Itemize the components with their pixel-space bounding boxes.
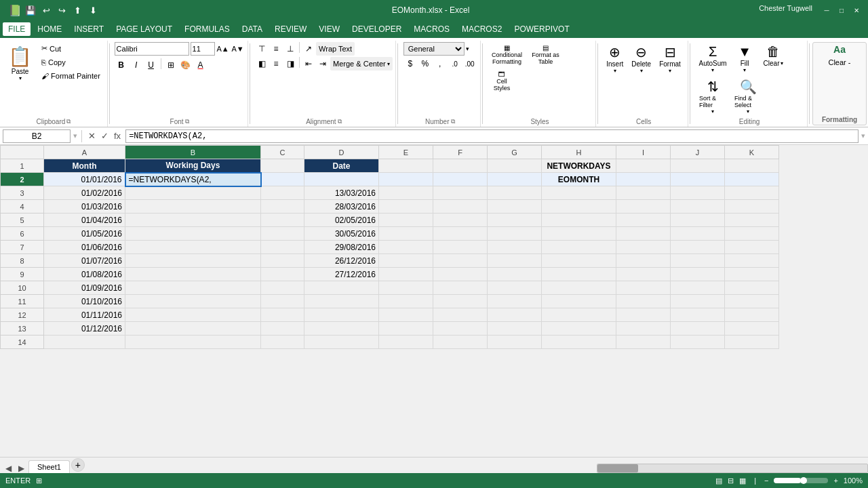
cell-g12[interactable] xyxy=(488,308,542,322)
cell-c7[interactable] xyxy=(261,241,304,254)
cell-k7[interactable] xyxy=(725,241,779,254)
menu-macros[interactable]: MACROS xyxy=(408,22,455,36)
cell-d6[interactable]: 30/05/2016 xyxy=(304,227,379,241)
add-sheet-button[interactable]: + xyxy=(71,458,85,472)
col-header-e[interactable]: E xyxy=(379,146,433,159)
menu-developer[interactable]: DEVELOPER xyxy=(347,22,407,36)
horizontal-scroll-area[interactable] xyxy=(86,464,868,473)
copy-button[interactable]: ⎘ Copy xyxy=(38,56,104,68)
cell-d9[interactable]: 27/12/2016 xyxy=(304,268,379,281)
cell-h10[interactable] xyxy=(542,281,616,295)
cell-g13[interactable] xyxy=(488,322,542,336)
sort-asc-button[interactable]: ⬆ xyxy=(71,3,84,17)
cell-i6[interactable] xyxy=(616,227,671,241)
clear-minus-button[interactable]: Clear - xyxy=(825,56,854,68)
sheet-nav-right[interactable]: ▶ xyxy=(16,464,27,473)
number-expand-icon[interactable]: ⧉ xyxy=(451,118,455,125)
row-header-7[interactable]: 7 xyxy=(1,241,44,254)
cell-a9[interactable]: 01/08/2016 xyxy=(44,268,125,281)
fill-button[interactable]: ▼ Fill ▾ xyxy=(731,42,758,75)
cell-c11[interactable] xyxy=(261,295,304,308)
row-header-9[interactable]: 9 xyxy=(1,268,44,281)
orient-button[interactable]: ↗ xyxy=(302,42,315,56)
cell-g4[interactable] xyxy=(488,200,542,214)
decrease-decimal-button[interactable]: .00 xyxy=(463,57,477,70)
cell-k5[interactable] xyxy=(725,214,779,227)
cell-f6[interactable] xyxy=(433,227,488,241)
cell-g3[interactable] xyxy=(488,186,542,200)
cell-k8[interactable] xyxy=(725,254,779,268)
cell-e8[interactable] xyxy=(379,254,433,268)
cell-b10[interactable] xyxy=(125,281,261,295)
clear-button[interactable]: 🗑 Clear ▾ xyxy=(760,42,787,69)
cell-a11[interactable]: 01/10/2016 xyxy=(44,295,125,308)
cell-h5[interactable] xyxy=(542,214,616,227)
cell-h12[interactable] xyxy=(542,308,616,322)
col-header-c[interactable]: C xyxy=(261,146,304,159)
italic-button[interactable]: I xyxy=(130,58,143,72)
cell-c9[interactable] xyxy=(261,268,304,281)
spreadsheet[interactable]: A B C D E F G H I J K 1 Month xyxy=(0,145,868,457)
cell-c12[interactable] xyxy=(261,308,304,322)
cell-a1[interactable]: Month xyxy=(44,159,125,173)
cell-b4[interactable] xyxy=(125,200,261,214)
merge-center-button[interactable]: Merge & Center ▾ xyxy=(330,57,393,70)
col-header-f[interactable]: F xyxy=(433,146,488,159)
cell-j3[interactable] xyxy=(671,186,725,200)
col-header-i[interactable]: I xyxy=(616,146,671,159)
cell-f2[interactable] xyxy=(433,173,488,186)
menu-review[interactable]: REVIEW xyxy=(269,22,312,36)
cut-button[interactable]: ✂ Cut xyxy=(38,42,104,55)
cell-d5[interactable]: 02/05/2016 xyxy=(304,214,379,227)
cell-k4[interactable] xyxy=(725,200,779,214)
cell-i10[interactable] xyxy=(616,281,671,295)
cell-d4[interactable]: 28/03/2016 xyxy=(304,200,379,214)
cell-k1[interactable] xyxy=(725,159,779,173)
cell-g2[interactable] xyxy=(488,173,542,186)
formula-expand-arrow[interactable]: ▾ xyxy=(861,131,865,140)
function-wizard-button[interactable]: fx xyxy=(112,131,123,141)
cell-i13[interactable] xyxy=(616,322,671,336)
menu-powerpivot[interactable]: POWERPIVOT xyxy=(509,22,574,36)
cell-h8[interactable] xyxy=(542,254,616,268)
cell-j13[interactable] xyxy=(671,322,725,336)
horizontal-scrollbar-thumb[interactable] xyxy=(597,464,638,472)
cell-a13[interactable]: 01/12/2016 xyxy=(44,322,125,336)
formula-input[interactable] xyxy=(125,129,859,143)
cell-j8[interactable] xyxy=(671,254,725,268)
cell-i1[interactable] xyxy=(616,159,671,173)
cell-e13[interactable] xyxy=(379,322,433,336)
menu-formulas[interactable]: FORMULAS xyxy=(179,22,235,36)
cell-h4[interactable] xyxy=(542,200,616,214)
menu-home[interactable]: HOME xyxy=(32,22,67,36)
cell-g6[interactable] xyxy=(488,227,542,241)
cell-e9[interactable] xyxy=(379,268,433,281)
cell-styles-button[interactable]: 🗔 Cell Styles xyxy=(488,68,515,94)
zoom-out-button[interactable]: − xyxy=(764,476,768,485)
cell-g1[interactable] xyxy=(488,159,542,173)
font-size-input[interactable] xyxy=(191,42,215,56)
comma-button[interactable]: , xyxy=(433,57,447,70)
undo-button[interactable]: ↩ xyxy=(39,3,53,17)
cell-c6[interactable] xyxy=(261,227,304,241)
cell-c10[interactable] xyxy=(261,281,304,295)
cell-d14[interactable] xyxy=(304,336,379,349)
cell-a2[interactable]: 01/01/2016 xyxy=(44,173,125,186)
sheet-nav-left[interactable]: ◀ xyxy=(3,464,14,473)
layout-page-layout-icon[interactable]: ⊟ xyxy=(728,476,734,485)
clipboard-expand-icon[interactable]: ⧉ xyxy=(66,118,71,125)
cell-d2[interactable] xyxy=(304,173,379,186)
cell-d11[interactable] xyxy=(304,295,379,308)
decrease-indent-button[interactable]: ⇤ xyxy=(302,57,315,70)
cell-d3[interactable]: 13/03/2016 xyxy=(304,186,379,200)
zoom-slider[interactable] xyxy=(774,478,828,483)
cell-j10[interactable] xyxy=(671,281,725,295)
cell-k11[interactable] xyxy=(725,295,779,308)
font-expand-icon[interactable]: ⧉ xyxy=(185,118,189,125)
cell-g9[interactable] xyxy=(488,268,542,281)
fill-color-button[interactable]: 🎨 xyxy=(179,58,193,72)
row-header-6[interactable]: 6 xyxy=(1,227,44,241)
row-header-14[interactable]: 14 xyxy=(1,336,44,349)
corner-header[interactable] xyxy=(1,146,44,159)
underline-button[interactable]: U xyxy=(144,58,158,72)
